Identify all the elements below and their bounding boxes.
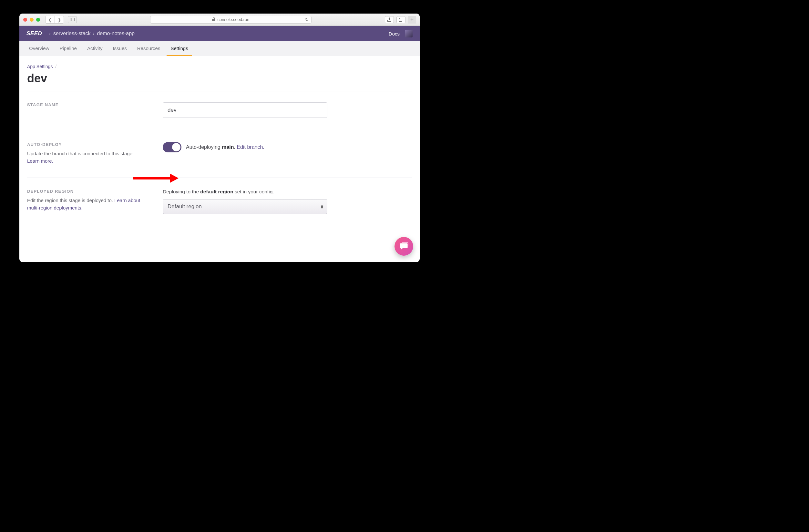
close-window-button[interactable]	[23, 18, 27, 22]
tabs-button[interactable]	[396, 16, 406, 23]
docs-link[interactable]: Docs	[389, 31, 400, 36]
nav-button-group: ❮ ❯	[45, 16, 64, 23]
reload-button[interactable]: ↻	[305, 17, 309, 22]
svg-rect-0	[70, 18, 74, 21]
tab-issues[interactable]: Issues	[109, 41, 131, 56]
tab-settings[interactable]: Settings	[167, 41, 192, 56]
select-chevrons-icon: ▲▼	[320, 204, 324, 209]
url-text: console.seed.run	[217, 17, 249, 22]
back-button[interactable]: ❮	[46, 16, 55, 23]
avatar[interactable]	[405, 30, 413, 37]
lock-icon	[212, 17, 215, 22]
breadcrumb-app-settings[interactable]: App Settings	[27, 64, 53, 69]
svg-rect-3	[400, 18, 403, 21]
region-text-bold: default region	[200, 189, 233, 194]
page-title: dev	[27, 72, 412, 85]
chat-button[interactable]	[395, 237, 413, 256]
sidebar-icon	[70, 18, 74, 21]
section-stage-name: STAGE NAME	[27, 91, 412, 131]
app-header: SEED › serverless-stack / demo-notes-app…	[19, 26, 420, 41]
breadcrumb: App Settings /	[27, 64, 412, 69]
app-tabs: Overview Pipeline Activity Issues Resour…	[19, 41, 420, 56]
section-auto-deploy: AUTO-DEPLOY Update the branch that is co…	[27, 131, 412, 177]
tab-activity[interactable]: Activity	[83, 41, 106, 56]
section-deployed-region: DEPLOYED REGION Edit the region this sta…	[27, 177, 412, 227]
auto-deploy-status-prefix: Auto-deploying	[186, 144, 222, 150]
region-text-suffix: set in your config.	[234, 189, 274, 194]
chevron-right-icon: ›	[49, 31, 51, 36]
tab-overview[interactable]: Overview	[25, 41, 53, 56]
maximize-window-button[interactable]	[36, 18, 40, 22]
region-text-prefix: Deploying to the	[163, 189, 200, 194]
tabs-icon	[399, 18, 403, 22]
forward-button[interactable]: ❯	[55, 16, 64, 23]
auto-deploy-branch: main	[222, 144, 234, 150]
browser-toolbar: ❮ ❯ console.seed.run ↻ +	[19, 14, 420, 26]
share-icon	[388, 17, 391, 22]
edit-branch-link[interactable]: Edit branch.	[237, 144, 264, 150]
region-select[interactable]: Default region ▲▼	[163, 199, 327, 214]
deployed-region-text: Deploying to the default region set in y…	[163, 189, 412, 195]
minimize-window-button[interactable]	[30, 18, 34, 22]
breadcrumb-slash: /	[55, 64, 56, 69]
auto-deploy-toggle[interactable]	[163, 142, 182, 152]
app-logo[interactable]: SEED	[27, 30, 42, 37]
window-controls	[23, 18, 40, 22]
auto-deploy-description: Update the branch that is connected to t…	[27, 150, 143, 165]
auto-deploy-label: AUTO-DEPLOY	[27, 142, 156, 147]
auto-deploy-row: Auto-deploying main. Edit branch.	[163, 142, 412, 152]
stage-name-label: STAGE NAME	[27, 102, 156, 107]
auto-deploy-desc-text: Update the branch that is connected to t…	[27, 151, 134, 156]
chat-icon	[399, 242, 408, 251]
stage-name-input[interactable]	[163, 102, 327, 118]
auto-deploy-status: Auto-deploying main. Edit branch.	[186, 144, 264, 150]
address-bar[interactable]: console.seed.run ↻	[150, 16, 311, 23]
sidebar-toggle-button[interactable]	[68, 16, 77, 23]
tab-pipeline[interactable]: Pipeline	[56, 41, 81, 56]
share-button[interactable]	[385, 16, 394, 23]
browser-window: ❮ ❯ console.seed.run ↻ + SEED › serverle…	[19, 14, 420, 262]
auto-deploy-learn-more-link[interactable]: Learn more.	[27, 158, 53, 164]
breadcrumb-app[interactable]: demo-notes-app	[97, 31, 135, 36]
browser-right-tools: +	[385, 16, 416, 23]
deployed-region-label: DEPLOYED REGION	[27, 189, 156, 194]
page-content: App Settings / dev STAGE NAME AUTO-DEPLO…	[19, 56, 420, 262]
tab-resources[interactable]: Resources	[133, 41, 164, 56]
breadcrumb-separator: /	[93, 31, 94, 36]
breadcrumb-org[interactable]: serverless-stack	[53, 31, 91, 36]
toggle-knob	[172, 143, 180, 151]
deployed-region-desc-text: Edit the region this stage is deployed t…	[27, 198, 114, 203]
deployed-region-description: Edit the region this stage is deployed t…	[27, 197, 143, 211]
region-select-value: Default region	[168, 203, 202, 210]
new-tab-button[interactable]: +	[408, 16, 416, 23]
